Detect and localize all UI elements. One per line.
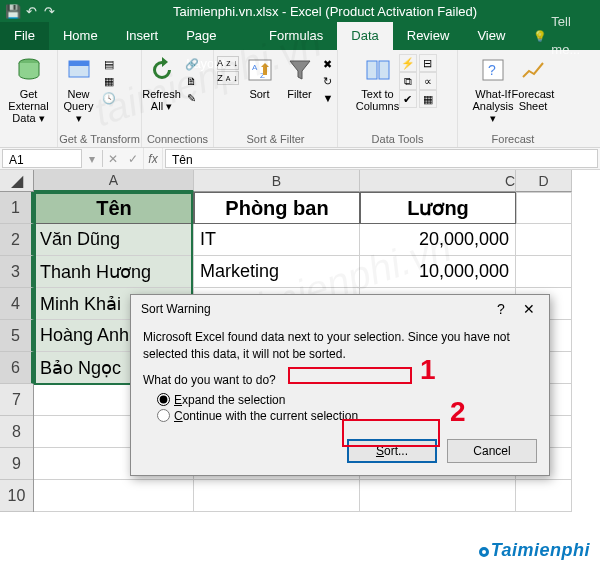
filter-button[interactable]: Filter [281, 52, 319, 102]
cell-a3[interactable]: Thanh Hương [34, 256, 194, 288]
cell-a10[interactable] [34, 480, 194, 512]
cell-b1[interactable]: Phòng ban [194, 192, 360, 224]
save-icon[interactable]: 💾 [6, 4, 20, 18]
col-header-c[interactable]: C [360, 170, 516, 192]
formula-bar-row: A1 ▾ ✕ ✓ fx Tên [0, 148, 600, 170]
row-header-3[interactable]: 3 [0, 256, 34, 288]
tell-me[interactable]: 💡Tell me... [519, 22, 600, 50]
row-header-4[interactable]: 4 [0, 288, 34, 320]
row-header-5[interactable]: 5 [0, 320, 34, 352]
col-header-a[interactable]: A [34, 170, 194, 192]
flash-fill-icon[interactable]: ⚡ [399, 54, 417, 72]
recent-icon: 🕓 [102, 91, 116, 105]
row-header-2[interactable]: 2 [0, 224, 34, 256]
show-queries-button[interactable]: ▤ [100, 56, 140, 72]
tab-home[interactable]: Home [49, 22, 112, 50]
option-continue-selection[interactable]: Continue with the current selection [157, 409, 537, 423]
svg-text:A: A [252, 63, 258, 72]
redo-icon[interactable]: ↷ [42, 4, 56, 18]
cell-b10[interactable] [194, 480, 360, 512]
get-external-data-button[interactable]: Get External Data ▾ [5, 52, 53, 126]
fx-icon[interactable]: fx [143, 148, 163, 169]
tab-review[interactable]: Review [393, 22, 464, 50]
properties-icon: 🗎 [185, 74, 199, 88]
row-header-10[interactable]: 10 [0, 480, 33, 512]
cell-c2[interactable]: 20,000,000 [360, 224, 516, 256]
sort-warning-dialog: Sort Warning ? ✕ Microsoft Excel found d… [130, 294, 550, 476]
tab-insert[interactable]: Insert [112, 22, 173, 50]
tab-file[interactable]: File [0, 22, 49, 50]
manage-data-model-icon[interactable]: ▦ [419, 90, 437, 108]
data-validation-icon[interactable]: ✔ [399, 90, 417, 108]
col-header-b[interactable]: B [194, 170, 360, 192]
row-header-9[interactable]: 9 [0, 448, 33, 480]
radio-expand[interactable] [157, 393, 170, 406]
row-header-7[interactable]: 7 [0, 384, 33, 416]
ribbon-group-get-transform: New Query ▾ ▤ ▦ 🕓 Get & Transform [58, 50, 142, 147]
row-header-8[interactable]: 8 [0, 416, 33, 448]
col-header-d[interactable]: D [516, 170, 572, 192]
clear-button[interactable]: ✖ [321, 56, 335, 72]
select-all-corner[interactable]: ◢ [0, 170, 33, 192]
list-icon: ▤ [102, 57, 116, 71]
whatif-icon: ? [477, 54, 509, 86]
edit-links-button[interactable]: ✎ [183, 90, 213, 106]
cell-a2[interactable]: Văn Dũng [34, 224, 194, 256]
text-to-columns-button[interactable]: Text to Columns [359, 52, 397, 114]
group-label-sort-filter: Sort & Filter [246, 131, 304, 147]
sort-az-button[interactable]: AZ↓ [217, 56, 239, 70]
link-icon: 🔗 [185, 57, 199, 71]
dialog-cancel-button[interactable]: Cancel [447, 439, 537, 463]
cell-d1[interactable] [516, 192, 572, 224]
remove-duplicates-icon[interactable]: ⧉ [399, 72, 417, 90]
advanced-icon: ▼ [323, 91, 334, 105]
cell-a1[interactable]: Tên [34, 192, 194, 224]
properties-button[interactable]: 🗎 [183, 73, 213, 89]
cell-d2[interactable] [516, 224, 572, 256]
cell-d3[interactable] [516, 256, 572, 288]
cell-c1[interactable]: Lương [360, 192, 516, 224]
svg-rect-6 [367, 61, 377, 79]
dialog-help-button[interactable]: ? [487, 301, 515, 317]
tab-data[interactable]: Data [337, 22, 392, 50]
row-header-1[interactable]: 1 [0, 192, 34, 224]
group-label-get-transform: Get & Transform [59, 131, 140, 147]
option-expand-selection[interactable]: Expand the selection [157, 393, 537, 407]
connections-button[interactable]: 🔗 [183, 56, 213, 72]
from-table-button[interactable]: ▦ [100, 73, 140, 89]
ribbon-group-sort-filter: AZ↓ ZA↓ AZ Sort Filter ✖ ↻ ▼ Sort & F [214, 50, 338, 147]
refresh-icon [146, 54, 178, 86]
dialog-close-button[interactable]: ✕ [515, 301, 543, 317]
refresh-all-button[interactable]: Refresh All ▾ [143, 52, 181, 114]
row-header-6[interactable]: 6 [0, 352, 34, 384]
reapply-button[interactable]: ↻ [321, 73, 335, 89]
tab-formulas[interactable]: Formulas [255, 22, 337, 50]
cell-b3[interactable]: Marketing [194, 256, 360, 288]
table-icon: ▦ [102, 74, 116, 88]
forecast-sheet-button[interactable]: Forecast Sheet [514, 52, 552, 114]
tab-page-layout[interactable]: Page Layout [172, 22, 255, 50]
dialog-sort-button[interactable]: Sort... [347, 439, 437, 463]
undo-icon[interactable]: ↶ [24, 4, 38, 18]
whatif-button[interactable]: ? What-If Analysis ▾ [474, 52, 512, 126]
name-box[interactable]: A1 [2, 149, 82, 168]
cell-c10[interactable] [360, 480, 516, 512]
consolidate-icon[interactable]: ⊟ [419, 54, 437, 72]
cell-c3[interactable]: 10,000,000 [360, 256, 516, 288]
recent-sources-button[interactable]: 🕓 [100, 90, 140, 106]
ribbon-group-connections: Refresh All ▾ 🔗 🗎 ✎ Connections [142, 50, 214, 147]
namebox-dropdown-icon[interactable]: ▾ [82, 148, 102, 169]
sort-button[interactable]: AZ Sort [241, 52, 279, 102]
tab-view[interactable]: View [463, 22, 519, 50]
group-label-connections: Connections [147, 131, 208, 147]
radio-continue[interactable] [157, 409, 170, 422]
new-query-button[interactable]: New Query ▾ [60, 52, 98, 126]
advanced-button[interactable]: ▼ [321, 90, 335, 106]
formula-bar[interactable]: Tên [165, 149, 598, 168]
relationships-icon[interactable]: ∝ [419, 72, 437, 90]
cell-d10[interactable] [516, 480, 572, 512]
cell-b2[interactable]: IT [194, 224, 360, 256]
funnel-icon [284, 54, 316, 86]
sort-za-button[interactable]: ZA↓ [217, 71, 239, 85]
ribbon: Get External Data ▾ New Query ▾ ▤ ▦ 🕓 Ge… [0, 50, 600, 148]
